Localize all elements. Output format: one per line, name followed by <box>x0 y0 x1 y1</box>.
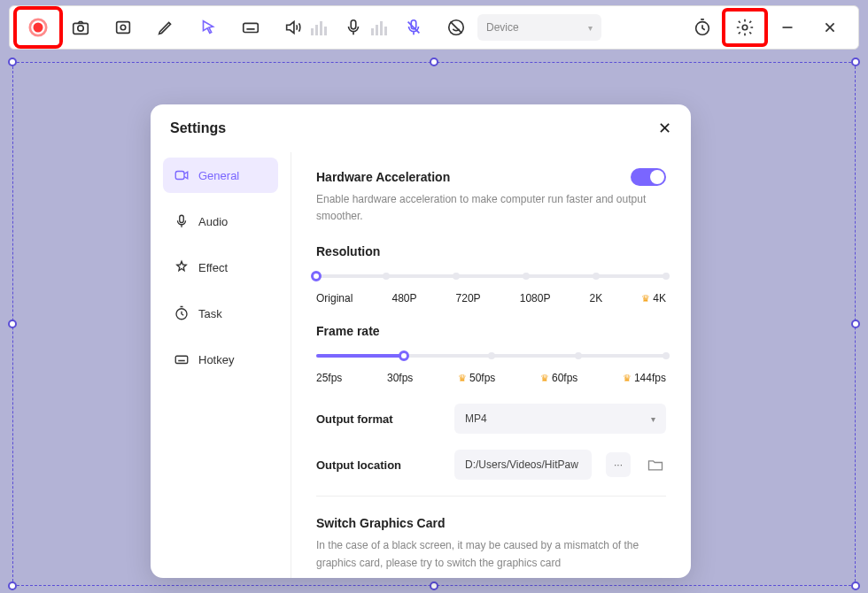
pen-icon[interactable] <box>144 10 187 45</box>
settings-button[interactable] <box>724 10 766 45</box>
keyboard-icon[interactable] <box>229 10 272 45</box>
game-mic-icon[interactable] <box>392 10 435 45</box>
output-format-label: Output format <box>316 412 440 426</box>
hw-accel-title: Hardware Acceleration <box>316 170 450 184</box>
resolution-title: Resolution <box>316 244 666 258</box>
record-button[interactable] <box>17 10 59 45</box>
chevron-down-icon: ▾ <box>651 414 655 424</box>
resolution-labels: Original 480P 720P 1080P 2K ♛4K <box>316 292 666 304</box>
crown-icon: ♛ <box>623 373 632 384</box>
timer-icon[interactable] <box>681 10 724 45</box>
sidebar-item-task[interactable]: Task <box>163 296 278 331</box>
output-location-field[interactable]: D:/Users/Videos/HitPaw <box>454 450 592 480</box>
svg-rect-12 <box>175 172 184 180</box>
gpu-desc: In the case of a black screen, it may be… <box>316 537 666 571</box>
sidebar-item-audio[interactable]: Audio <box>163 204 278 239</box>
camera-icon[interactable] <box>59 10 102 45</box>
output-format-select[interactable]: MP4 ▾ <box>454 404 666 434</box>
settings-sidebar: General Audio Effect Task Hotkey <box>151 152 291 578</box>
svg-rect-13 <box>180 215 184 222</box>
no-watermark-icon[interactable] <box>435 10 477 45</box>
device-select[interactable]: Device ▾ <box>477 14 601 41</box>
modal-title: Settings <box>170 120 226 136</box>
speaker-icon[interactable] <box>272 10 314 45</box>
webcam-icon[interactable] <box>102 10 144 45</box>
sidebar-item-label: Hotkey <box>198 353 234 366</box>
crown-icon: ♛ <box>458 373 467 384</box>
framerate-title: Frame rate <box>316 324 666 338</box>
sidebar-item-label: Audio <box>198 215 228 228</box>
svg-rect-7 <box>351 20 356 29</box>
sidebar-item-general[interactable]: General <box>163 158 278 193</box>
hw-accel-toggle[interactable] <box>631 168 666 186</box>
close-icon[interactable]: ✕ <box>658 119 671 138</box>
device-label: Device <box>486 21 519 34</box>
hw-accel-desc: Enable hardware acceleration to make com… <box>316 191 666 225</box>
crown-icon: ♛ <box>540 373 549 384</box>
sidebar-item-label: General <box>198 169 239 182</box>
divider <box>316 496 666 497</box>
svg-point-1 <box>34 23 43 33</box>
resolution-slider[interactable] <box>316 267 666 285</box>
svg-rect-4 <box>117 22 130 34</box>
close-window-button[interactable] <box>809 10 851 45</box>
sidebar-item-hotkey[interactable]: Hotkey <box>163 342 278 377</box>
minimize-button[interactable] <box>766 10 809 45</box>
svg-rect-6 <box>244 23 259 32</box>
output-location-more[interactable]: ··· <box>606 452 631 477</box>
sidebar-item-label: Task <box>198 307 222 320</box>
sidebar-item-effect[interactable]: Effect <box>163 250 278 285</box>
sidebar-item-label: Effect <box>198 261 228 274</box>
mic-icon[interactable] <box>332 10 375 45</box>
crown-icon: ♛ <box>641 293 650 304</box>
svg-point-3 <box>78 26 83 31</box>
chevron-down-icon: ▾ <box>588 23 593 33</box>
cursor-icon[interactable] <box>187 10 229 45</box>
modal-header: Settings ✕ <box>151 104 691 152</box>
framerate-labels: 25fps 30fps ♛50fps ♛60fps ♛144fps <box>316 372 666 384</box>
settings-panel: Hardware Acceleration Enable hardware ac… <box>291 152 691 578</box>
output-location-label: Output location <box>316 458 440 472</box>
gpu-title: Switch Graphics Card <box>316 516 666 530</box>
svg-rect-15 <box>175 356 188 363</box>
settings-modal: Settings ✕ General Audio Effect Task <box>151 104 691 578</box>
open-folder-button[interactable] <box>645 454 666 475</box>
top-toolbar: Device ▾ <box>9 5 859 50</box>
svg-point-11 <box>742 25 748 30</box>
framerate-slider[interactable] <box>316 347 666 365</box>
svg-point-5 <box>120 25 126 30</box>
